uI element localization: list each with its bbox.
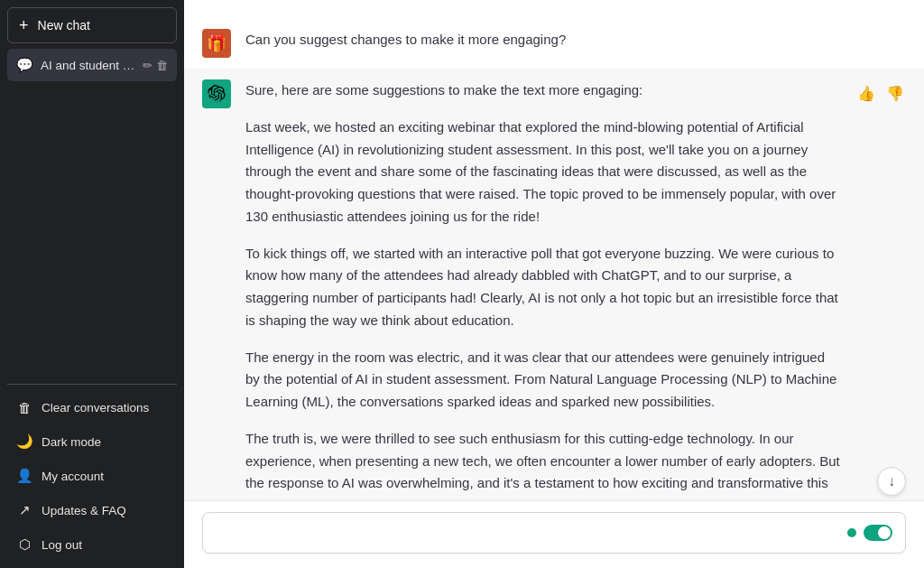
account-icon: 👤	[16, 468, 32, 484]
input-area	[184, 500, 924, 568]
moon-icon: 🌙	[16, 433, 32, 450]
logout-icon: ⬡	[16, 536, 32, 553]
dark-mode-label: Dark mode	[42, 435, 101, 449]
ai-message-content: Sure, here are some suggestions to make …	[245, 79, 841, 500]
new-chat-label: New chat	[38, 18, 90, 33]
sidebar-bottom: 🗑 Clear conversations 🌙 Dark mode 👤 My a…	[7, 384, 177, 561]
my-account-label: My account	[42, 470, 104, 483]
user-message-content: Can you suggest changes to make it more …	[245, 29, 906, 51]
dark-mode-button[interactable]: 🌙 Dark mode	[7, 425, 177, 458]
ai-message: Sure, here are some suggestions to make …	[184, 69, 924, 500]
input-actions	[847, 525, 892, 541]
ai-paragraph-4: The truth is, we were thrilled to see su…	[245, 428, 841, 500]
ai-paragraph-1: Last week, we hosted an exciting webinar…	[245, 116, 841, 228]
user-message: 🎁 Can you suggest changes to make it mor…	[184, 18, 924, 69]
input-wrapper	[202, 512, 906, 554]
my-account-button[interactable]: 👤 My account	[7, 460, 177, 492]
plus-icon: +	[19, 17, 29, 33]
user-avatar: 🎁	[202, 29, 231, 58]
clear-conversations-label: Clear conversations	[42, 401, 149, 414]
log-out-label: Log out	[42, 538, 82, 552]
delete-icon[interactable]: 🗑	[156, 59, 168, 72]
send-toggle-button[interactable]	[864, 525, 892, 541]
trash-icon: 🗑	[16, 400, 32, 415]
edit-icon[interactable]: ✏	[143, 59, 152, 72]
log-out-button[interactable]: ⬡ Log out	[7, 528, 177, 561]
thumbs-up-button[interactable]: 👍	[855, 83, 877, 104]
ai-paragraph-2: To kick things off, we started with an i…	[245, 243, 841, 332]
sidebar: + New chat 💬 AI and student assess ✏ 🗑 🗑…	[0, 0, 184, 568]
chat-input[interactable]	[216, 522, 847, 544]
chat-messages: 🎁 Can you suggest changes to make it mor…	[184, 0, 924, 500]
user-message-text: Can you suggest changes to make it more …	[245, 32, 566, 47]
ai-paragraph-3: The energy in the room was electric, and…	[245, 347, 841, 414]
scroll-to-bottom-button[interactable]: ↓	[877, 467, 906, 496]
main-content: 🎁 Can you suggest changes to make it mor…	[184, 0, 924, 568]
clear-conversations-button[interactable]: 🗑 Clear conversations	[7, 392, 177, 424]
chat-item-ai-student[interactable]: 💬 AI and student assess ✏ 🗑	[7, 49, 177, 81]
chat-list: 💬 AI and student assess ✏ 🗑	[7, 49, 177, 384]
toggle-circle	[878, 526, 891, 539]
message-feedback: 👍 👎	[855, 79, 906, 104]
new-chat-button[interactable]: + New chat	[7, 7, 177, 43]
ai-intro: Sure, here are some suggestions to make …	[245, 79, 841, 102]
ai-avatar	[202, 79, 231, 108]
updates-faq-label: Updates & FAQ	[42, 504, 126, 517]
chat-item-actions: ✏ 🗑	[143, 59, 168, 72]
thumbs-down-button[interactable]: 👎	[884, 83, 906, 104]
external-link-icon: ↗	[16, 502, 32, 518]
dot-indicator	[847, 528, 856, 537]
updates-faq-button[interactable]: ↗ Updates & FAQ	[7, 494, 177, 526]
chat-item-label: AI and student assess	[41, 59, 135, 72]
chat-icon: 💬	[16, 57, 33, 73]
